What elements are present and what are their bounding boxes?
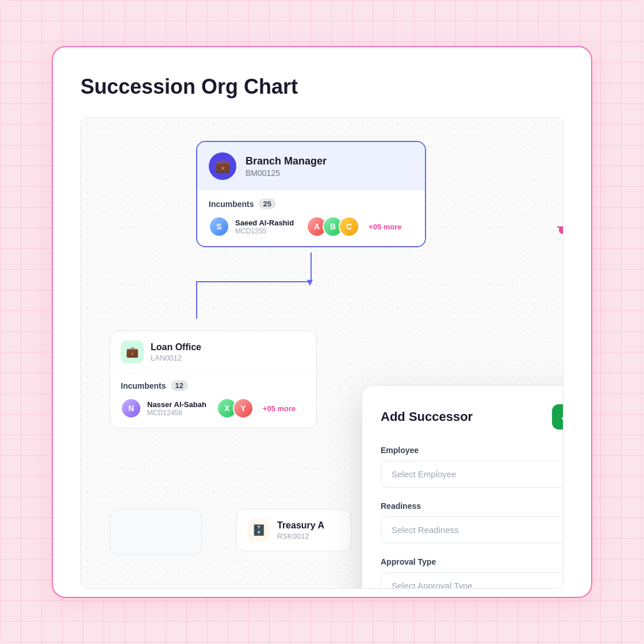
bm-person-row: S Saeed Al-Rashid MCD1255 A B C +05 more — [209, 216, 413, 237]
branch-manager-icon: 💼 — [209, 152, 236, 180]
bm-person-name: Saeed Al-Rashid — [235, 218, 294, 227]
lo-incumbents-row: Incumbents 12 — [121, 380, 306, 391]
approval-label: Approval Type — [381, 557, 564, 566]
approval-select[interactable]: Select Approval Type ▾ — [381, 572, 564, 589]
page-background: Succession Org Chart 💼 Branch Manager BM… — [0, 0, 644, 644]
employee-label: Employee — [381, 446, 564, 455]
connector-h1 — [196, 281, 311, 282]
readiness-label: Readiness — [381, 501, 564, 511]
treasury-icon: 🗄️ — [247, 519, 270, 542]
loan-office-card[interactable]: 💼 Loan Office LAN0012 Incumbents 12 N N — [110, 331, 317, 428]
lo-avatar-group: X Y — [217, 398, 254, 419]
bm-card-header: 💼 Branch Manager BM00125 — [197, 142, 425, 190]
branch-manager-card[interactable]: 💼 Branch Manager BM00125 Incumbents 25 S — [196, 141, 426, 247]
bm-incumbents-row: Incumbents 25 — [209, 198, 413, 209]
lo-more-label: +05 more — [263, 404, 296, 413]
panel-header: Add Successor ✓ ✕ — [381, 404, 564, 430]
bm-code: BM00125 — [246, 168, 327, 178]
bm-incumbents-label: Incumbents — [209, 200, 254, 209]
avatar-3: C — [339, 216, 359, 237]
lo-person-avatar: N — [121, 398, 141, 419]
bm-card-body: Incumbents 25 S Saeed Al-Rashid MCD1255 … — [197, 190, 425, 246]
empty-placeholder-card — [110, 509, 202, 555]
dashed-connector-line — [557, 224, 564, 348]
bm-person-code: MCD1255 — [235, 227, 294, 235]
lo-title: Loan Office — [151, 342, 201, 352]
pink-dot-connector — [559, 226, 564, 234]
approval-form-group: Approval Type Select Approval Type ▾ — [381, 557, 564, 589]
panel-actions: ✓ ✕ — [552, 404, 564, 430]
lo-card-header: 💼 Loan Office LAN0012 — [110, 331, 316, 373]
bm-title: Branch Manager — [246, 155, 327, 167]
panel-title: Add Successor — [381, 409, 473, 424]
readiness-select[interactable]: Select Readiness ▾ — [381, 516, 564, 543]
employee-placeholder: Select Employee — [392, 469, 457, 479]
confirm-icon: ✓ — [560, 410, 564, 424]
lo-person-name: Nasser Al-Sabah — [147, 400, 206, 409]
page-title: Succession Org Chart — [80, 75, 564, 99]
readiness-placeholder: Select Readiness — [392, 525, 459, 535]
bm-avatar-group: A B C — [306, 216, 359, 237]
lo-person-code: MCD12458 — [147, 409, 206, 417]
bm-incumbents-badge: 25 — [259, 198, 276, 209]
arrow-down-icon: ▼ — [305, 277, 315, 289]
loan-office-icon: 💼 — [121, 340, 144, 363]
bm-person-avatar: S — [209, 216, 229, 237]
treasury-card[interactable]: 🗄️ Treasury A RSK0012 — [236, 509, 351, 551]
main-card: Succession Org Chart 💼 Branch Manager BM… — [52, 46, 592, 598]
org-chart-area: 💼 Branch Manager BM00125 Incumbents 25 S — [80, 117, 564, 589]
readiness-form-group: Readiness Select Readiness ▾ — [381, 501, 564, 543]
add-successor-panel: Add Successor ✓ ✕ Employee Select Emp — [362, 385, 564, 589]
lo-incumbents-badge: 12 — [171, 380, 188, 391]
tr-code: RSK0012 — [277, 532, 324, 540]
connector-v2 — [196, 281, 197, 319]
tr-card-header: 🗄️ Treasury A RSK0012 — [237, 509, 351, 551]
lo-code: LAN0012 — [151, 354, 201, 362]
lo-avatar-2: Y — [233, 398, 254, 419]
employee-form-group: Employee Select Employee ▾ — [381, 446, 564, 488]
tr-title: Treasury A — [277, 520, 324, 531]
bm-more-label: +05 more — [369, 223, 401, 231]
lo-incumbents-label: Incumbents — [121, 381, 166, 390]
lo-person-row: N Nasser Al-Sabah MCD12458 X Y +05 more — [121, 398, 306, 419]
lo-card-body: Incumbents 12 N Nasser Al-Sabah MCD12458… — [110, 373, 316, 428]
employee-select[interactable]: Select Employee ▾ — [381, 461, 564, 488]
confirm-button[interactable]: ✓ — [552, 404, 564, 430]
approval-placeholder: Select Approval Type — [392, 581, 473, 589]
